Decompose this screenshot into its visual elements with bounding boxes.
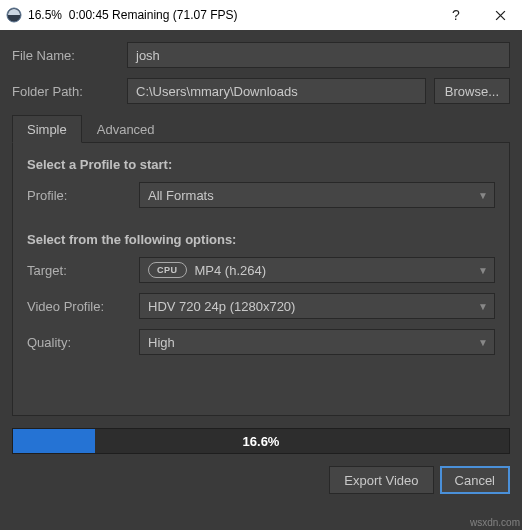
simple-panel: Select a Profile to start: Profile: All … (12, 142, 510, 416)
export-video-button[interactable]: Export Video (329, 466, 433, 494)
chevron-down-icon: ▼ (478, 337, 488, 348)
file-name-row: File Name: josh (12, 42, 510, 68)
help-button[interactable]: ? (434, 0, 478, 30)
chevron-down-icon: ▼ (478, 265, 488, 276)
close-button[interactable] (478, 0, 522, 30)
chevron-down-icon: ▼ (478, 190, 488, 201)
target-select[interactable]: CPU MP4 (h.264) ▼ (139, 257, 495, 283)
target-label: Target: (27, 263, 139, 278)
target-row: Target: CPU MP4 (h.264) ▼ (27, 257, 495, 283)
profile-label: Profile: (27, 188, 139, 203)
folder-path-row: Folder Path: C:\Users\mmary\Downloads Br… (12, 78, 510, 104)
tab-advanced[interactable]: Advanced (82, 115, 170, 143)
folder-path-input[interactable]: C:\Users\mmary\Downloads (127, 78, 426, 104)
folder-path-label: Folder Path: (12, 84, 127, 99)
video-profile-value: HDV 720 24p (1280x720) (148, 299, 295, 314)
app-icon (6, 7, 22, 23)
chevron-down-icon: ▼ (478, 301, 488, 312)
file-name-label: File Name: (12, 48, 127, 63)
video-profile-label: Video Profile: (27, 299, 139, 314)
quality-label: Quality: (27, 335, 139, 350)
video-profile-select[interactable]: HDV 720 24p (1280x720) ▼ (139, 293, 495, 319)
quality-row: Quality: High ▼ (27, 329, 495, 355)
section-options-title: Select from the following options: (27, 232, 495, 247)
title-percent: 16.5% (28, 8, 62, 22)
title-fps: (71.07 FPS) (173, 8, 238, 22)
dialog-body: File Name: josh Folder Path: C:\Users\mm… (0, 30, 522, 502)
footer: Export Video Cancel (12, 466, 510, 494)
profile-value: All Formats (148, 188, 214, 203)
title-remaining: 0:00:45 Remaining (69, 8, 170, 22)
cancel-button[interactable]: Cancel (440, 466, 510, 494)
profile-select[interactable]: All Formats ▼ (139, 182, 495, 208)
video-profile-row: Video Profile: HDV 720 24p (1280x720) ▼ (27, 293, 495, 319)
file-name-value: josh (136, 48, 160, 63)
browse-button[interactable]: Browse... (434, 78, 510, 104)
tab-simple[interactable]: Simple (12, 115, 82, 143)
tab-row: Simple Advanced (12, 114, 510, 142)
profile-row: Profile: All Formats ▼ (27, 182, 495, 208)
progress-text: 16.6% (13, 429, 509, 453)
titlebar: 16.5% 0:00:45 Remaining (71.07 FPS) ? (0, 0, 522, 30)
watermark: wsxdn.com (470, 517, 520, 528)
quality-select[interactable]: High ▼ (139, 329, 495, 355)
cpu-chip-icon: CPU (148, 262, 187, 278)
target-value: MP4 (h.264) (195, 263, 267, 278)
progress-bar: 16.6% (12, 428, 510, 454)
file-name-input[interactable]: josh (127, 42, 510, 68)
section-profile-title: Select a Profile to start: (27, 157, 495, 172)
quality-value: High (148, 335, 175, 350)
folder-path-value: C:\Users\mmary\Downloads (136, 84, 298, 99)
